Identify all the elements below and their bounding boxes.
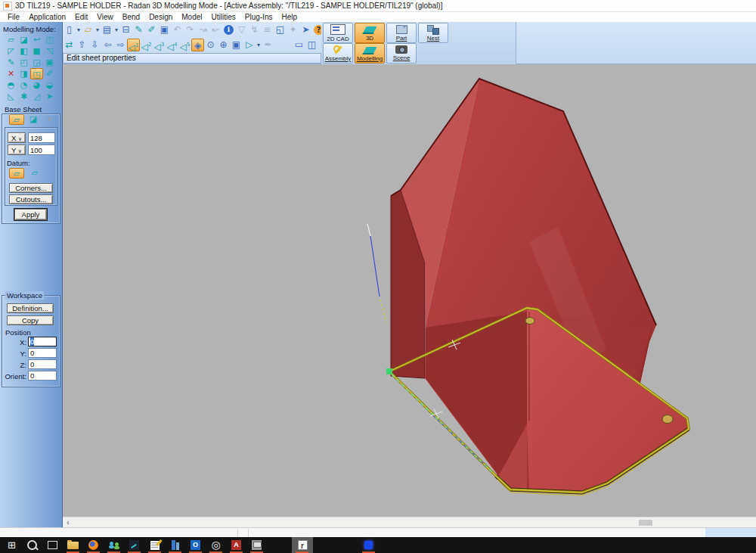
split-horizontal-icon[interactable]: ▭ (293, 39, 305, 51)
window-icon[interactable]: ◱ (274, 23, 287, 36)
view1-icon[interactable]: ◁1 (127, 39, 140, 51)
annotate-icon[interactable]: ✐ (145, 23, 158, 36)
export-icon[interactable]: ▷ (243, 39, 256, 51)
outlook-button[interactable]: O (185, 537, 206, 553)
duplicate-icon[interactable]: ▣ (158, 23, 171, 36)
menu-model[interactable]: Model (177, 13, 206, 21)
people-button[interactable] (104, 537, 124, 553)
pos-x-field[interactable]: 0 (28, 337, 57, 346)
origin-icon[interactable]: ⊙ (204, 39, 217, 51)
arrow-left-icon[interactable]: ⇦ (101, 39, 114, 51)
mode-icon-7[interactable]: ■ (30, 45, 43, 57)
radan-taskbar-button[interactable]: r (292, 537, 313, 553)
sheet-nav-icon[interactable]: ⇄ (63, 39, 76, 51)
sheet-x-field[interactable] (28, 132, 55, 143)
mode-icon-8[interactable]: ◹ (43, 45, 56, 57)
mode-icon-edit-sheet-active[interactable]: ◳ (30, 68, 43, 79)
mode-icon-23[interactable]: ◿ (30, 91, 43, 102)
search-button[interactable] (22, 537, 42, 553)
view4-icon[interactable]: ◁4 (166, 39, 178, 51)
new-icon[interactable]: ▯ (63, 23, 76, 36)
menu-application[interactable]: Application (24, 13, 70, 21)
mode-icon-22[interactable]: ✱ (17, 91, 30, 102)
mode-icon-1[interactable]: ▱ (5, 34, 17, 45)
blue-app-button[interactable] (358, 537, 379, 553)
mode-icon-pointer[interactable]: ➤ (43, 91, 56, 102)
cutouts-button[interactable]: Cutouts... (9, 194, 53, 204)
menu-file[interactable]: File (3, 13, 24, 21)
menu-edit[interactable]: Edit (70, 13, 92, 21)
mode-icon-5[interactable]: ◸ (5, 45, 17, 57)
scroll-left-icon[interactable]: ‹ (64, 518, 72, 527)
mode-part-button[interactable]: Part (386, 23, 417, 43)
save-caret-icon[interactable]: ▾ (113, 23, 119, 36)
mode-3d-button[interactable]: 3D (355, 23, 385, 43)
screenshot-app-button[interactable] (246, 537, 267, 553)
task-view-button[interactable] (42, 537, 63, 553)
pan-icon[interactable]: ⊕ (217, 39, 230, 51)
mode-icon-14[interactable]: ◨ (17, 68, 30, 79)
y-dropdown-button[interactable]: Y ∨ (8, 144, 26, 155)
view2-icon[interactable]: ◁2 (140, 39, 153, 51)
mode-assembly-button[interactable]: Assembly (323, 43, 353, 64)
view5-icon[interactable]: ◁5 (178, 39, 191, 51)
datum-icon-1[interactable]: ▱ (9, 168, 24, 179)
corner-handle[interactable] (386, 368, 392, 374)
pos-y-field[interactable] (28, 348, 57, 358)
definition-button[interactable]: Definition... (7, 303, 54, 313)
mode-icon-3[interactable]: ↩ (30, 34, 43, 45)
notes-button[interactable] (144, 537, 165, 553)
mode-icon-11[interactable]: ◲ (30, 57, 43, 68)
datum-icon-2[interactable]: ▱ (27, 168, 42, 179)
sheet-y-field[interactable] (28, 144, 55, 155)
mode-icon-16[interactable]: ✐ (43, 68, 56, 79)
print-icon[interactable]: ⊟ (119, 23, 132, 36)
apply-button[interactable]: Apply (14, 209, 47, 220)
menu-view[interactable]: View (92, 13, 118, 21)
mode-nest-button[interactable]: Nest (418, 23, 448, 43)
open-caret-icon[interactable]: ▾ (94, 23, 101, 36)
scrollbar-thumb[interactable] (639, 520, 652, 526)
menu-help[interactable]: Help (277, 13, 302, 21)
edit-icon[interactable]: ✎ (132, 23, 145, 36)
new-caret-icon[interactable]: ▾ (76, 23, 82, 36)
pos-z-field[interactable] (28, 359, 57, 369)
copy-button[interactable]: Copy (7, 315, 54, 325)
menu-utilities[interactable]: Utilities (207, 13, 240, 21)
firefox-button[interactable] (83, 537, 104, 553)
layers-icon[interactable]: ▣ (230, 39, 243, 51)
export-caret-icon[interactable]: ▾ (256, 39, 262, 51)
start-button[interactable]: ⊞ (2, 537, 22, 553)
mode-icon-19[interactable]: ◕ (30, 79, 43, 91)
mode-modelling-button[interactable]: Modelling (355, 43, 385, 64)
menu-design[interactable]: Design (144, 13, 177, 21)
server-button[interactable] (165, 537, 185, 553)
pointer-icon[interactable]: ➤ (299, 23, 312, 36)
mode-icon-17[interactable]: ◓ (5, 79, 17, 91)
mode-icon-21[interactable]: ◺ (5, 91, 17, 102)
split-vertical-icon[interactable]: ◫ (305, 39, 318, 51)
mode-icon-18[interactable]: ◔ (17, 79, 30, 91)
mode-icon-2[interactable]: ◪ (17, 34, 30, 45)
menu-plugins[interactable]: Plug-Ins (240, 13, 277, 21)
target-app-button[interactable]: ◎ (206, 537, 226, 553)
mode-icon-20[interactable]: ◒ (43, 79, 56, 91)
shaded-view-icon[interactable]: ◈ (191, 39, 204, 51)
arrow-up-icon[interactable]: ⇧ (76, 39, 88, 51)
mode-icon-delete[interactable]: ✕ (5, 68, 17, 79)
mode-icon-6[interactable]: ◧ (17, 45, 30, 57)
save-icon[interactable]: ▤ (101, 23, 113, 36)
open-icon[interactable]: ▱ (82, 23, 94, 36)
viewport-3d[interactable] (63, 64, 756, 517)
cad-tool-button[interactable] (124, 537, 144, 553)
corners-button[interactable]: Corners... (9, 183, 53, 193)
mode-icon-12[interactable]: ▣ (43, 57, 56, 68)
view3-icon[interactable]: ◁3 (153, 39, 166, 51)
menu-bend[interactable]: Bend (118, 13, 144, 21)
horizontal-scrollbar[interactable]: ‹ (63, 517, 756, 527)
mode-scene-button[interactable]: Scene (386, 43, 417, 64)
mode-icon-10[interactable]: ◰ (17, 57, 30, 68)
access-button[interactable]: A (226, 537, 246, 553)
mode-icon-9[interactable]: ✎ (5, 57, 17, 68)
mode-2dcad-button[interactable]: 2D CAD (323, 23, 353, 43)
